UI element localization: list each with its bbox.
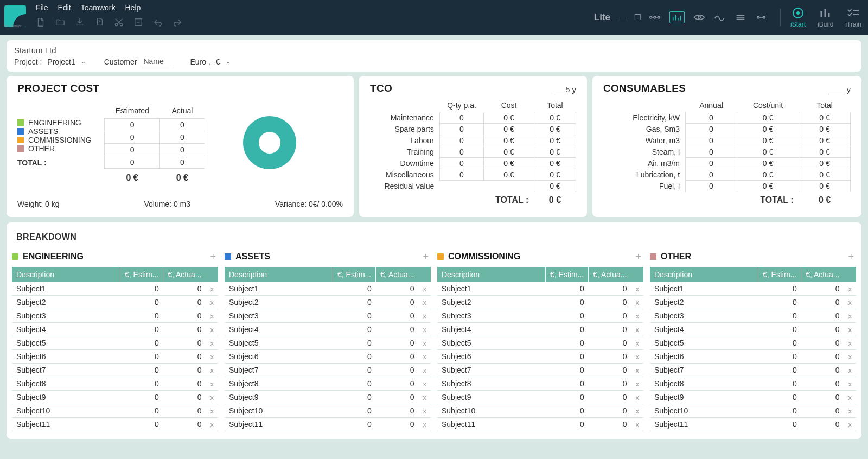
bk-desc-cell[interactable]: Subject11 bbox=[12, 418, 120, 431]
bk-act-cell[interactable]: 0 bbox=[163, 323, 206, 336]
bk-act-cell[interactable]: 0 bbox=[376, 309, 419, 323]
bk-act-cell[interactable]: 0 bbox=[589, 404, 631, 418]
bk-desc-cell[interactable]: Subject2 bbox=[650, 296, 758, 309]
chevron-down-icon[interactable]: ⌄ bbox=[226, 58, 231, 65]
delete-row-button[interactable]: x bbox=[206, 364, 219, 377]
mode-itrain[interactable]: iTrain bbox=[845, 7, 861, 28]
bk-act-cell[interactable]: 0 bbox=[589, 309, 631, 323]
bk-act-cell[interactable]: 0 bbox=[163, 309, 206, 323]
delete-row-button[interactable]: x bbox=[206, 404, 219, 418]
bk-est-cell[interactable]: 0 bbox=[546, 350, 589, 364]
tco-qty-cell[interactable]: 0 bbox=[439, 112, 483, 124]
delete-row-button[interactable]: x bbox=[419, 336, 431, 350]
bk-desc-cell[interactable]: Subject3 bbox=[650, 309, 758, 323]
bk-est-cell[interactable]: 0 bbox=[546, 336, 589, 350]
bk-desc-cell[interactable]: Subject4 bbox=[437, 323, 546, 336]
bk-est-cell[interactable]: 0 bbox=[758, 350, 801, 364]
delete-row-button[interactable]: x bbox=[844, 323, 857, 336]
bk-desc-cell[interactable]: Subject10 bbox=[225, 404, 333, 418]
delete-row-button[interactable]: x bbox=[844, 391, 857, 404]
delete-row-button[interactable]: x bbox=[844, 418, 857, 431]
chart-view-icon[interactable] bbox=[669, 11, 685, 23]
bk-est-cell[interactable]: 0 bbox=[546, 323, 589, 336]
delete-row-button[interactable]: x bbox=[206, 336, 219, 350]
bk-act-cell[interactable]: 0 bbox=[376, 296, 419, 309]
cons-cost-cell[interactable]: 0 € bbox=[737, 158, 799, 169]
bk-est-cell[interactable]: 0 bbox=[333, 364, 376, 377]
cons-annual-cell[interactable]: 0 bbox=[686, 112, 737, 124]
delete-row-button[interactable]: x bbox=[844, 309, 857, 323]
bk-act-cell[interactable]: 0 bbox=[589, 336, 631, 350]
bk-desc-cell[interactable]: Subject3 bbox=[225, 309, 333, 323]
new-file-icon[interactable] bbox=[36, 17, 46, 27]
tco-qty-cell[interactable] bbox=[439, 181, 483, 192]
bk-desc-cell[interactable]: Subject9 bbox=[225, 391, 333, 404]
bk-desc-cell[interactable]: Subject7 bbox=[437, 364, 546, 377]
bk-desc-cell[interactable]: Subject9 bbox=[437, 391, 546, 404]
tco-qty-cell[interactable]: 0 bbox=[439, 158, 483, 169]
window-minimize-icon[interactable]: — bbox=[619, 13, 627, 22]
bk-est-cell[interactable]: 0 bbox=[758, 309, 801, 323]
customer-input[interactable]: Name bbox=[142, 57, 171, 66]
bk-desc-cell[interactable]: Subject9 bbox=[650, 391, 758, 404]
delete-row-button[interactable]: x bbox=[419, 309, 431, 323]
bk-est-cell[interactable]: 0 bbox=[333, 309, 376, 323]
delete-row-button[interactable]: x bbox=[419, 323, 431, 336]
delete-row-button[interactable]: x bbox=[206, 309, 219, 323]
bk-desc-cell[interactable]: Subject5 bbox=[12, 336, 120, 350]
delete-row-button[interactable]: x bbox=[419, 391, 431, 404]
bk-est-cell[interactable]: 0 bbox=[120, 296, 163, 309]
delete-row-button[interactable]: x bbox=[631, 309, 644, 323]
bk-desc-cell[interactable]: Subject5 bbox=[437, 336, 546, 350]
bk-desc-cell[interactable]: Subject6 bbox=[225, 350, 333, 364]
cons-cost-cell[interactable]: 0 € bbox=[737, 135, 799, 146]
redo-icon[interactable] bbox=[173, 17, 182, 27]
add-row-button[interactable]: + bbox=[635, 251, 641, 263]
add-row-button[interactable]: + bbox=[423, 251, 429, 263]
cons-cost-cell[interactable]: 0 € bbox=[737, 146, 799, 158]
delete-row-button[interactable]: x bbox=[844, 282, 857, 296]
bk-est-cell[interactable]: 0 bbox=[333, 404, 376, 418]
bk-est-cell[interactable]: 0 bbox=[546, 377, 589, 391]
cons-annual-cell[interactable]: 0 bbox=[686, 158, 737, 169]
bk-est-cell[interactable]: 0 bbox=[758, 404, 801, 418]
bk-act-cell[interactable]: 0 bbox=[163, 377, 206, 391]
bk-est-cell[interactable]: 0 bbox=[120, 364, 163, 377]
pc-est-cell[interactable]: 0 bbox=[105, 119, 160, 131]
add-row-button[interactable]: + bbox=[210, 251, 216, 263]
menu-edit[interactable]: Edit bbox=[58, 3, 71, 12]
bk-est-cell[interactable]: 0 bbox=[120, 418, 163, 431]
bk-desc-cell[interactable]: Subject6 bbox=[437, 350, 546, 364]
open-folder-icon[interactable] bbox=[55, 17, 65, 27]
bk-desc-cell[interactable]: Subject9 bbox=[12, 391, 120, 404]
delete-row-button[interactable]: x bbox=[631, 418, 644, 431]
delete-row-button[interactable]: x bbox=[206, 323, 219, 336]
bk-est-cell[interactable]: 0 bbox=[758, 296, 801, 309]
delete-row-button[interactable]: x bbox=[844, 350, 857, 364]
delete-row-button[interactable]: x bbox=[419, 404, 431, 418]
tco-cost-cell[interactable]: 0 € bbox=[484, 124, 534, 135]
cut-icon[interactable] bbox=[114, 17, 124, 27]
bk-desc-cell[interactable]: Subject2 bbox=[12, 296, 120, 309]
bk-desc-cell[interactable]: Subject3 bbox=[12, 309, 120, 323]
bk-est-cell[interactable]: 0 bbox=[546, 391, 589, 404]
bk-act-cell[interactable]: 0 bbox=[163, 391, 206, 404]
bk-desc-cell[interactable]: Subject4 bbox=[225, 323, 333, 336]
bk-desc-cell[interactable]: Subject10 bbox=[437, 404, 546, 418]
bk-est-cell[interactable]: 0 bbox=[120, 323, 163, 336]
bk-est-cell[interactable]: 0 bbox=[333, 377, 376, 391]
tco-qty-cell[interactable]: 0 bbox=[439, 146, 483, 158]
bk-est-cell[interactable]: 0 bbox=[333, 296, 376, 309]
bk-act-cell[interactable]: 0 bbox=[801, 364, 844, 377]
pc-act-cell[interactable]: 0 bbox=[160, 144, 205, 156]
chevron-down-icon[interactable]: ⌄ bbox=[81, 58, 86, 65]
cons-cost-cell[interactable]: 0 € bbox=[737, 124, 799, 135]
bk-desc-cell[interactable]: Subject10 bbox=[650, 404, 758, 418]
delete-row-button[interactable]: x bbox=[631, 377, 644, 391]
delete-row-button[interactable]: x bbox=[631, 404, 644, 418]
undo-icon[interactable] bbox=[153, 17, 163, 27]
bk-est-cell[interactable]: 0 bbox=[333, 282, 376, 296]
bk-desc-cell[interactable]: Subject5 bbox=[650, 336, 758, 350]
add-row-button[interactable]: + bbox=[848, 251, 854, 263]
bk-est-cell[interactable]: 0 bbox=[120, 282, 163, 296]
